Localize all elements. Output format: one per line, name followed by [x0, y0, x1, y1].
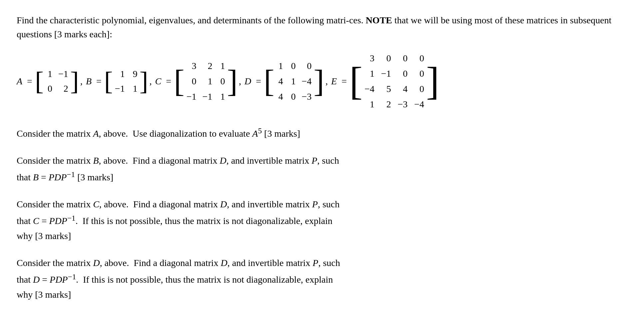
- e-r4c3: −3: [398, 97, 408, 111]
- comma-1: ,: [80, 74, 83, 88]
- question-2: Consider the matrix B, above. Find a dia…: [17, 153, 623, 185]
- bracket-left-c: [: [174, 65, 184, 97]
- equals-a: =: [27, 74, 32, 88]
- matrix-b-bracket: [ 1 9 −1 1 ]: [104, 67, 148, 96]
- d-r3c3: −3: [302, 90, 312, 104]
- d-r2c1: 4: [276, 74, 283, 88]
- question-1-text: Consider the matrix A, above. Use diagon…: [17, 125, 623, 141]
- comma-4: ,: [326, 74, 328, 88]
- bracket-right-c: ]: [227, 65, 238, 97]
- comma-2: ,: [150, 74, 152, 88]
- e-r1c3: 0: [398, 51, 408, 65]
- c-r2c1: 0: [186, 74, 196, 88]
- comma-3: ,: [239, 74, 241, 88]
- a-r2c2: 2: [58, 82, 68, 96]
- c-r1c1: 3: [186, 59, 196, 73]
- d-r2c3: −4: [302, 74, 312, 88]
- c-r3c1: −1: [186, 90, 196, 104]
- bracket-right-e: ]: [426, 62, 439, 101]
- matrix-e-content: 3 0 0 0 1 −1 0 0 −4 5 4 0 1 2 −3 −4: [365, 51, 424, 111]
- matrix-a-content: 1 −1 0 2: [46, 67, 68, 96]
- c-r3c3: 1: [218, 90, 225, 104]
- c-r1c3: 1: [218, 59, 225, 73]
- matrix-e-label: E: [331, 74, 337, 88]
- matrix-c-label: C: [155, 74, 161, 88]
- d-r3c2: 0: [289, 90, 296, 104]
- intro-text-before-bold: Find the characteristic polynomial, eige…: [17, 15, 366, 25]
- b-r1c2: 9: [131, 67, 138, 81]
- d-r2c2: 1: [289, 74, 296, 88]
- c-r2c3: 0: [218, 74, 225, 88]
- e-r3c4: 0: [414, 82, 424, 96]
- intro-paragraph: Find the characteristic polynomial, eige…: [17, 13, 623, 41]
- c-r1c2: 2: [202, 59, 212, 73]
- matrix-b-content: 1 9 −1 1: [115, 67, 138, 96]
- matrix-d-label: D: [244, 74, 251, 88]
- matrix-a-label: A: [17, 74, 22, 88]
- e-r4c2: 2: [381, 97, 391, 111]
- e-r3c1: −4: [365, 82, 375, 96]
- bracket-left-a: [: [35, 68, 44, 94]
- bracket-right-d: ]: [314, 65, 324, 97]
- bracket-left-b: [: [104, 68, 113, 94]
- bracket-right-a: ]: [70, 68, 79, 94]
- equals-e: =: [342, 74, 347, 88]
- matrix-d-content: 1 0 0 4 1 −4 4 0 −3: [276, 59, 312, 104]
- matrix-e-bracket: [ 3 0 0 0 1 −1 0 0 −4 5 4 0 1 2 −3 −4 ]: [349, 51, 439, 111]
- matrix-a-bracket: [ 1 −1 0 2 ]: [35, 67, 79, 96]
- question-3-text: Consider the matrix C, above. Find a dia…: [17, 197, 623, 244]
- d-r1c1: 1: [276, 59, 283, 73]
- e-r4c1: 1: [365, 97, 375, 111]
- bracket-left-e: [: [349, 62, 362, 101]
- matrix-b-label: B: [86, 74, 92, 88]
- matrices-display: A = [ 1 −1 0 2 ] , B = [ 1 9 −1 1 ] , C …: [17, 51, 627, 111]
- question-2-text: Consider the matrix B, above. Find a dia…: [17, 153, 623, 185]
- d-r1c2: 0: [289, 59, 296, 73]
- a-r2c1: 0: [46, 82, 52, 96]
- matrix-c-bracket: [ 3 2 1 0 1 0 −1 −1 1 ]: [174, 59, 237, 104]
- b-r1c1: 1: [115, 67, 125, 81]
- matrix-d-bracket: [ 1 0 0 4 1 −4 4 0 −3 ]: [264, 59, 324, 104]
- b-r2c2: 1: [131, 82, 138, 96]
- e-r2c1: 1: [365, 67, 375, 81]
- question-1: Consider the matrix A, above. Use diagon…: [17, 125, 623, 141]
- c-r2c2: 1: [202, 74, 212, 88]
- bracket-right-b: ]: [140, 68, 148, 94]
- e-r2c2: −1: [381, 67, 391, 81]
- equals-b: =: [96, 74, 102, 88]
- a-r1c1: 1: [46, 67, 52, 81]
- e-r2c3: 0: [398, 67, 408, 81]
- d-r1c3: 0: [302, 59, 312, 73]
- question-4: Consider the matrix D, above. Find a dia…: [17, 256, 623, 302]
- question-4-text: Consider the matrix D, above. Find a dia…: [17, 256, 623, 302]
- e-r1c4: 0: [414, 51, 424, 65]
- b-r2c1: −1: [115, 82, 125, 96]
- e-r2c4: 0: [414, 67, 424, 81]
- bracket-left-d: [: [264, 65, 274, 97]
- equals-d: =: [256, 74, 261, 88]
- c-r3c2: −1: [202, 90, 212, 104]
- d-r3c1: 4: [276, 90, 283, 104]
- e-r4c4: −4: [414, 97, 424, 111]
- e-r3c2: 5: [381, 82, 391, 96]
- e-r1c1: 3: [365, 51, 375, 65]
- intro-bold: NOTE: [366, 15, 392, 25]
- e-r3c3: 4: [398, 82, 408, 96]
- a-r1c2: −1: [58, 67, 68, 81]
- matrix-c-content: 3 2 1 0 1 0 −1 −1 1: [186, 59, 225, 104]
- e-r1c2: 0: [381, 51, 391, 65]
- equals-c: =: [166, 74, 171, 88]
- question-3: Consider the matrix C, above. Find a dia…: [17, 197, 623, 244]
